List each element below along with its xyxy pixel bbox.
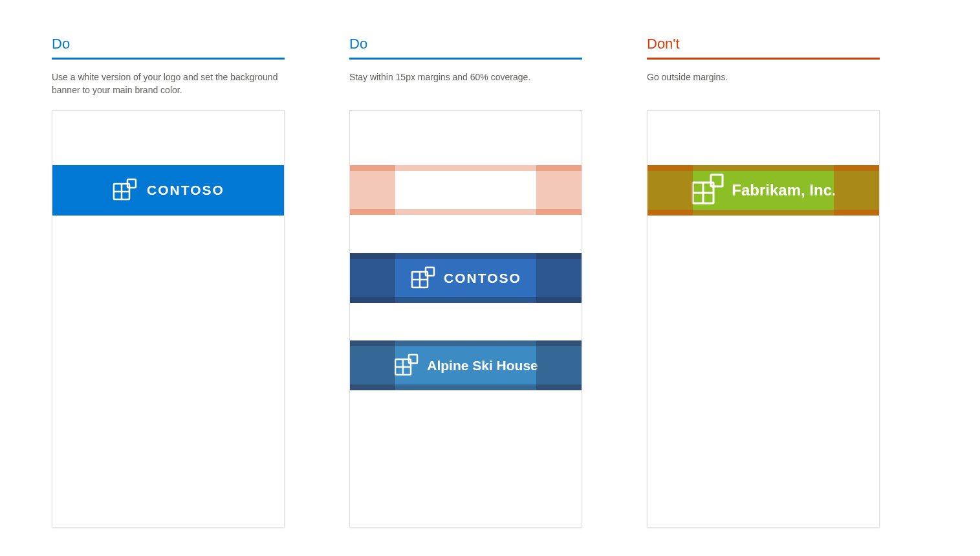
brand-name: CONTOSO	[444, 271, 521, 286]
logo-icon	[690, 172, 726, 208]
brand-banner-empty	[350, 165, 582, 215]
description: Go outside margins.	[647, 71, 880, 97]
brand-banner: Fabrikam, Inc.	[648, 165, 879, 216]
brand-banner: CONTOSO	[52, 165, 284, 216]
column-do-2: Do Stay within 15px margins and 60% cove…	[349, 36, 582, 528]
brand-name: Fabrikam, Inc.	[732, 181, 836, 199]
description: Use a white version of your logo and set…	[52, 71, 285, 97]
column-dont: Don't Go outside margins. Fabrikam, Inc.	[647, 36, 880, 528]
column-do-1: Do Use a white version of your logo and …	[52, 36, 285, 528]
example-card: CONTOSO	[52, 110, 285, 528]
description: Stay within 15px margins and 60% coverag…	[349, 71, 582, 97]
brand-banner: CONTOSO	[350, 253, 582, 303]
heading-do: Do	[52, 36, 285, 60]
heading-do: Do	[349, 36, 582, 60]
brand-name: CONTOSO	[147, 183, 224, 198]
logo-icon	[112, 177, 138, 203]
brand-banner: Alpine Ski House	[350, 340, 582, 390]
logo-icon	[393, 353, 419, 379]
brand-name: Alpine Ski House	[427, 358, 538, 373]
heading-dont: Don't	[647, 36, 880, 60]
logo-icon	[410, 265, 436, 291]
example-card: Fabrikam, Inc.	[647, 110, 880, 528]
example-card: CONTOSO	[349, 110, 582, 528]
guidelines-container: Do Use a white version of your logo and …	[52, 36, 928, 528]
